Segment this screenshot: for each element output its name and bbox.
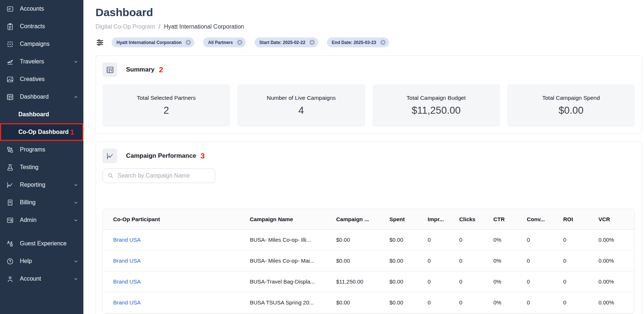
chevron-down-icon bbox=[73, 277, 78, 281]
sidebar-item-dashboard[interactable]: Dashboard bbox=[0, 88, 83, 106]
sidebar-subitem-dashboard[interactable]: Dashboard bbox=[0, 106, 83, 123]
sidebar-item-label: Programs bbox=[20, 146, 45, 153]
filter-sliders-icon[interactable] bbox=[96, 38, 104, 47]
sidebar-item-programs[interactable]: Programs bbox=[0, 141, 83, 158]
table-header-row: Co-Op Participant Campaign Name Campaign… bbox=[103, 209, 634, 229]
testing-icon bbox=[6, 163, 14, 171]
col-clicks: Clicks bbox=[459, 209, 493, 229]
stat-total-selected-partners: Total Selected Partners 2 bbox=[102, 84, 230, 127]
cell-ctr: 0% bbox=[493, 271, 527, 292]
sidebar-item-label: Billing bbox=[20, 199, 36, 206]
cell-roi: 0 bbox=[563, 271, 598, 292]
participant-link[interactable]: Brand USA bbox=[113, 258, 141, 264]
sidebar-item-guest-experience[interactable]: Guest Experience bbox=[0, 235, 83, 252]
sidebar-item-label: Dashboard bbox=[20, 94, 48, 100]
campaign-performance-header: Campaign Performance 3 bbox=[102, 149, 635, 163]
stat-live-campaigns: Number of Live Campaigns 4 bbox=[237, 84, 365, 127]
cell-campaign-budget: $0.00 bbox=[336, 292, 389, 313]
col-ctr: CTR bbox=[493, 209, 527, 229]
cell-ctr: 0% bbox=[493, 292, 527, 313]
sidebar-item-label: Account bbox=[20, 275, 41, 282]
campaign-search-input[interactable] bbox=[118, 172, 211, 179]
chevron-down-icon bbox=[73, 218, 78, 223]
annotation-step-2: 2 bbox=[159, 65, 163, 74]
filter-chip-end-date[interactable]: End Date: 2025-03-23 bbox=[327, 37, 389, 47]
cell-ctr: 0% bbox=[493, 250, 527, 271]
col-campaign-budget: Campaign ... bbox=[336, 209, 389, 229]
sidebar-item-billing[interactable]: Billing bbox=[0, 194, 83, 211]
cell-clicks: 0 bbox=[459, 229, 493, 250]
participant-link[interactable]: Brand USA bbox=[113, 278, 141, 285]
sidebar-divider-gap bbox=[0, 229, 83, 235]
cell-roi: 0 bbox=[563, 250, 598, 271]
filter-chip-start-date[interactable]: Start Date: 2025-02-22 bbox=[255, 37, 318, 47]
sidebar: Accounts Contracts Campaigns Travelers bbox=[0, 0, 83, 314]
campaigns-icon bbox=[6, 40, 14, 48]
summary-section-header: Summary 2 bbox=[102, 62, 635, 77]
sidebar-item-admin[interactable]: Admin bbox=[0, 211, 83, 229]
sidebar-item-creatives[interactable]: Creatives bbox=[0, 70, 83, 88]
cell-vcr: 0.00% bbox=[598, 292, 634, 313]
summary-panel-icon bbox=[102, 62, 117, 77]
col-conversions: Conv... bbox=[527, 209, 563, 229]
cell-spent: $0.00 bbox=[389, 250, 428, 271]
chevron-down-icon bbox=[73, 183, 78, 187]
col-coop-participant: Co-Op Participant bbox=[103, 209, 250, 229]
stat-value: $0.00 bbox=[559, 105, 584, 116]
col-campaign-name: Campaign Name bbox=[250, 209, 336, 229]
cell-vcr: 0.00% bbox=[598, 229, 634, 250]
campaign-search-box bbox=[102, 168, 215, 183]
cell-spent: $0.00 bbox=[389, 271, 428, 292]
campaign-performance-title: Campaign Performance bbox=[126, 152, 196, 160]
cell-clicks: 0 bbox=[459, 271, 493, 292]
filter-chip-partners[interactable]: All Partners bbox=[203, 37, 245, 47]
sidebar-item-label: Accounts bbox=[20, 6, 44, 12]
sidebar-item-campaigns[interactable]: Campaigns bbox=[0, 35, 83, 53]
col-vcr: VCR bbox=[598, 209, 634, 229]
reporting-icon bbox=[6, 181, 14, 189]
stat-label: Total Campaign Budget bbox=[407, 95, 466, 101]
cell-impressions: 0 bbox=[428, 250, 459, 271]
x-circle-icon[interactable] bbox=[185, 39, 191, 45]
sidebar-item-testing[interactable]: Testing bbox=[0, 158, 83, 176]
cell-roi: 0 bbox=[563, 292, 598, 313]
summary-stats-row: Total Selected Partners 2 Number of Live… bbox=[102, 84, 635, 127]
line-chart-icon bbox=[102, 149, 117, 163]
participant-link[interactable]: Brand USA bbox=[113, 299, 141, 306]
sidebar-item-account[interactable]: Account bbox=[0, 270, 83, 288]
participant-link[interactable]: Brand USA bbox=[113, 237, 141, 243]
filter-chip-account[interactable]: Hyatt International Corporation bbox=[112, 37, 194, 47]
stat-total-campaign-spend: Total Campaign Spend $0.00 bbox=[507, 84, 635, 127]
x-circle-icon[interactable] bbox=[309, 39, 315, 45]
cell-campaign-name: BUSA TSUSA Spring 20... bbox=[250, 292, 336, 313]
stat-value: 4 bbox=[298, 105, 304, 116]
billing-icon bbox=[6, 198, 14, 207]
sidebar-subitem-coop-dashboard[interactable]: Co-Op Dashboard 1 bbox=[0, 123, 83, 141]
sidebar-item-label: Travelers bbox=[20, 58, 44, 65]
breadcrumb-parent[interactable]: Digital Co-Op Program bbox=[96, 23, 155, 30]
campaign-table-body: Brand USA BUSA- Miles Co-op- Illi... $0.… bbox=[103, 229, 634, 313]
search-icon bbox=[107, 172, 114, 179]
x-circle-icon[interactable] bbox=[237, 39, 243, 45]
contracts-icon bbox=[6, 22, 14, 30]
cell-vcr: 0.00% bbox=[598, 271, 634, 292]
sidebar-item-contracts[interactable]: Contracts bbox=[0, 18, 83, 35]
table-row: Brand USA BUSA-Travel Bag-Displa... $11,… bbox=[103, 271, 634, 292]
creatives-icon bbox=[6, 75, 14, 83]
sidebar-item-reporting[interactable]: Reporting bbox=[0, 176, 83, 194]
cell-vcr: 0.00% bbox=[598, 250, 634, 271]
sidebar-item-accounts[interactable]: Accounts bbox=[0, 0, 83, 18]
cell-campaign-budget: $0.00 bbox=[336, 229, 389, 250]
table-row: Brand USA BUSA TSUSA Spring 20... $0.00 … bbox=[103, 292, 634, 313]
app-screen: Accounts Contracts Campaigns Travelers bbox=[0, 0, 644, 314]
guest-experience-icon bbox=[6, 240, 14, 248]
x-circle-icon[interactable] bbox=[380, 39, 386, 45]
sidebar-item-travelers[interactable]: Travelers bbox=[0, 53, 83, 70]
cell-campaign-budget: $11,250.00 bbox=[336, 271, 389, 292]
sidebar-item-label: Testing bbox=[20, 164, 39, 171]
cell-spent: $0.00 bbox=[389, 229, 428, 250]
summary-section: Summary 2 Total Selected Partners 2 Numb… bbox=[96, 55, 642, 134]
cell-clicks: 0 bbox=[459, 250, 493, 271]
table-row: Brand USA BUSA- Miles Co-op- Mai... $0.0… bbox=[103, 250, 634, 271]
sidebar-item-help[interactable]: Help bbox=[0, 252, 83, 270]
